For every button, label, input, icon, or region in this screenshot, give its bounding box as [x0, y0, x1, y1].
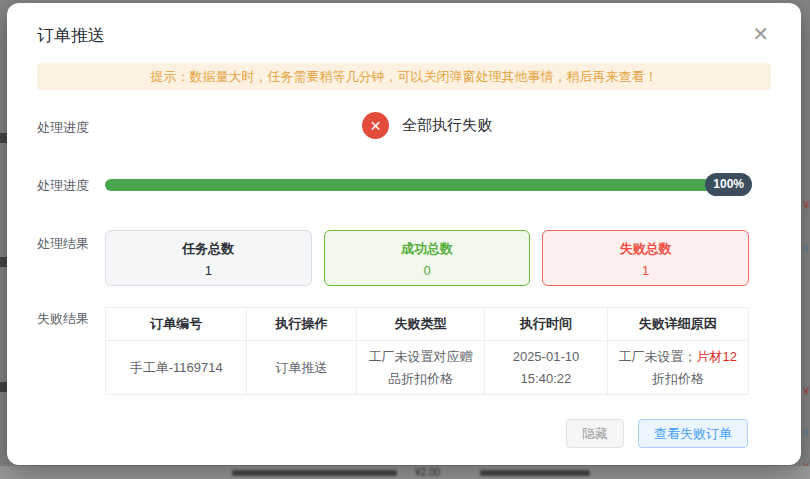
result-card-total: 任务总数 1: [105, 230, 312, 286]
cell-order-no: 手工单-1169714: [106, 341, 247, 395]
notice-banner: 提示：数据量大时，任务需要稍等几分钟，可以关闭弹窗处理其他事情，稍后再来查看！: [37, 63, 771, 90]
col-header-time: 执行时间: [485, 308, 607, 341]
backdrop-price-icon: ¥: [803, 386, 809, 397]
card-title: 成功总数: [325, 240, 530, 258]
backdrop-fragment: [0, 382, 7, 392]
dimmed-backdrop: ¥ × ¥ × ¥ ¥2.00 订单推送 ✕ 提示：数据量大时，任务需要稍等几分…: [0, 0, 810, 479]
col-header-operation: 执行操作: [247, 308, 356, 341]
card-value: 0: [325, 263, 530, 278]
card-title: 任务总数: [106, 240, 311, 258]
cell-operation: 订单推送: [247, 341, 356, 395]
failure-table: 订单编号 执行操作 失败类型 执行时间 失败详细原因 手工单-1169714 订…: [105, 307, 749, 395]
col-header-order-no: 订单编号: [106, 308, 247, 341]
backdrop-blur-text: [232, 470, 397, 476]
status-content: ✕ 全部执行失败: [105, 112, 749, 139]
cell-failure-type: 工厂未设置对应赠品折扣价格: [356, 341, 485, 395]
order-push-dialog: 订单推送 ✕ 提示：数据量大时，任务需要稍等几分钟，可以关闭弹窗处理其他事情，稍…: [7, 3, 801, 465]
col-header-reason: 失败详细原因: [607, 308, 749, 341]
backdrop-fragment: [0, 133, 7, 143]
reason-highlight: 片材12: [697, 349, 737, 364]
backdrop-price-text: ¥2.00: [415, 467, 440, 478]
result-cards: 任务总数 1 成功总数 0 失败总数 1: [105, 230, 749, 286]
result-card-success: 成功总数 0: [324, 230, 531, 286]
dialog-title: 订单推送: [37, 24, 105, 47]
reason-suffix: 折扣价格: [652, 371, 704, 386]
dialog-footer: 隐藏 查看失败订单: [566, 419, 748, 448]
close-icon[interactable]: ✕: [748, 24, 773, 44]
cell-reason: 工厂未设置；片材12折扣价格: [607, 341, 749, 395]
backdrop-remove-icon: ×: [803, 427, 809, 438]
results-row-label: 处理结果: [37, 235, 105, 253]
status-row-label: 处理进度: [37, 119, 105, 137]
card-value: 1: [543, 263, 748, 278]
backdrop-blur-text: [480, 470, 590, 476]
failures-row-label: 失败结果: [37, 310, 105, 328]
card-value: 1: [106, 263, 311, 278]
dialog-header: 订单推送 ✕: [7, 3, 801, 47]
card-title: 失败总数: [543, 240, 748, 258]
progress-percent-badge: 100%: [705, 173, 752, 196]
result-card-failed: 失败总数 1: [542, 230, 749, 286]
progress-row-label: 处理进度: [37, 177, 105, 195]
results-row: 处理结果 任务总数 1 成功总数 0 失败总数 1: [37, 235, 749, 286]
failures-row: 失败结果 订单编号 执行操作 失败类型 执行时间 失败详细原因: [37, 310, 749, 395]
backdrop-remove-icon: ×: [803, 243, 809, 254]
backdrop-bottom-strip: ¥2.00: [0, 466, 810, 479]
reason-prefix: 工厂未设置；: [619, 349, 697, 364]
status-text: 全部执行失败: [402, 116, 492, 135]
backdrop-price-icon: ¥: [803, 200, 809, 211]
cell-time: 2025-01-10 15:40:22: [485, 341, 607, 395]
view-failed-orders-button[interactable]: 查看失败订单: [638, 419, 748, 448]
backdrop-fragment: [0, 257, 7, 267]
hide-button[interactable]: 隐藏: [566, 419, 624, 448]
table-row: 手工单-1169714 订单推送 工厂未设置对应赠品折扣价格 2025-01-1…: [106, 341, 749, 395]
col-header-failure-type: 失败类型: [356, 308, 485, 341]
status-row: 处理进度 ✕ 全部执行失败: [37, 119, 749, 139]
error-circle-icon: ✕: [362, 112, 389, 139]
progress-bar: 100%: [105, 179, 749, 191]
table-header-row: 订单编号 执行操作 失败类型 执行时间 失败详细原因: [106, 308, 749, 341]
progress-fill: [105, 179, 749, 191]
progress-row: 处理进度 100%: [37, 177, 749, 195]
